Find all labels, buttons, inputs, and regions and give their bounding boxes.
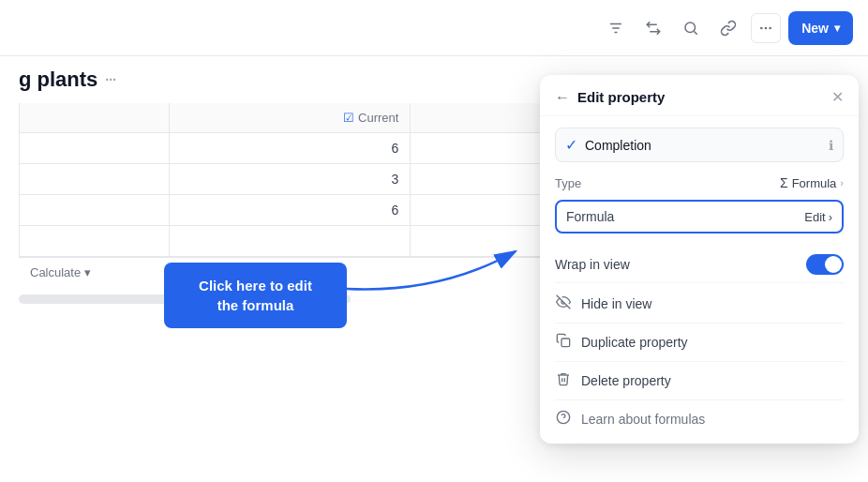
panel-header: ← Edit property ✕ bbox=[540, 75, 859, 116]
duplicate-property-item[interactable]: Duplicate property bbox=[555, 325, 844, 359]
wrap-in-view-row: Wrap in view bbox=[555, 247, 844, 283]
edit-chevron-icon: › bbox=[829, 210, 832, 224]
svg-point-5 bbox=[760, 26, 763, 29]
divider-2 bbox=[555, 361, 844, 362]
type-chevron-icon: › bbox=[840, 177, 844, 188]
property-name-input[interactable] bbox=[585, 138, 821, 153]
type-value-text: Formula bbox=[792, 176, 837, 190]
new-button-chevron: ▾ bbox=[834, 22, 840, 35]
delete-property-item[interactable]: Delete property bbox=[555, 364, 844, 398]
hide-icon bbox=[555, 294, 572, 313]
sigma-icon: Σ bbox=[780, 175, 788, 190]
edit-property-panel: ← Edit property ✕ ✓ ℹ Type Σ Formula › F… bbox=[540, 75, 859, 444]
new-button-label: New bbox=[801, 21, 829, 36]
panel-back-button[interactable]: ← bbox=[555, 89, 570, 106]
formula-callout[interactable]: Click here to edit the formula bbox=[164, 263, 347, 328]
panel-close-button[interactable]: ✕ bbox=[831, 88, 844, 106]
edit-link[interactable]: Edit › bbox=[804, 210, 832, 224]
help-label: Learn about formulas bbox=[581, 412, 705, 427]
panel-title: Edit property bbox=[577, 89, 665, 105]
svg-rect-10 bbox=[561, 339, 570, 347]
type-row: Type Σ Formula › bbox=[555, 175, 844, 190]
filter-icon[interactable] bbox=[601, 13, 631, 43]
formula-row[interactable]: Formula Edit › bbox=[555, 200, 844, 233]
divider-3 bbox=[555, 399, 844, 400]
info-icon: ℹ bbox=[829, 138, 833, 153]
duplicate-label: Duplicate property bbox=[581, 335, 688, 350]
edit-label: Edit bbox=[804, 210, 825, 224]
duplicate-icon bbox=[555, 333, 572, 352]
delete-icon bbox=[555, 371, 572, 390]
link-icon[interactable] bbox=[713, 13, 743, 43]
learn-formulas-item[interactable]: Learn about formulas bbox=[555, 402, 844, 432]
svg-point-7 bbox=[770, 26, 772, 29]
search-icon[interactable] bbox=[676, 13, 706, 43]
current-header: ☑ Current bbox=[170, 103, 411, 133]
wrap-toggle[interactable] bbox=[806, 254, 844, 275]
empty-header bbox=[20, 103, 170, 133]
sort-icon[interactable] bbox=[638, 13, 668, 43]
svg-point-6 bbox=[765, 26, 768, 29]
type-value[interactable]: Σ Formula › bbox=[780, 175, 844, 190]
property-check-icon: ✓ bbox=[565, 136, 577, 154]
property-name-row: ✓ ℹ bbox=[555, 128, 844, 162]
svg-line-4 bbox=[695, 31, 697, 34]
more-options-button[interactable] bbox=[751, 13, 781, 43]
hide-in-view-item[interactable]: Hide in view bbox=[555, 287, 844, 321]
panel-body: ✓ ℹ Type Σ Formula › Formula Edit › Wrap… bbox=[540, 116, 859, 444]
svg-point-3 bbox=[685, 23, 696, 33]
wrap-label: Wrap in view bbox=[555, 257, 630, 272]
delete-label: Delete property bbox=[581, 373, 671, 388]
type-label: Type bbox=[555, 176, 581, 190]
hide-label: Hide in view bbox=[581, 296, 651, 311]
new-button[interactable]: New ▾ bbox=[788, 11, 853, 45]
current-icon: ☑ bbox=[343, 111, 354, 125]
help-icon bbox=[555, 410, 572, 429]
page-title-more[interactable]: ··· bbox=[105, 72, 116, 87]
toolbar: New ▾ bbox=[0, 0, 868, 56]
divider-1 bbox=[555, 323, 844, 324]
formula-text: Formula bbox=[566, 209, 614, 224]
